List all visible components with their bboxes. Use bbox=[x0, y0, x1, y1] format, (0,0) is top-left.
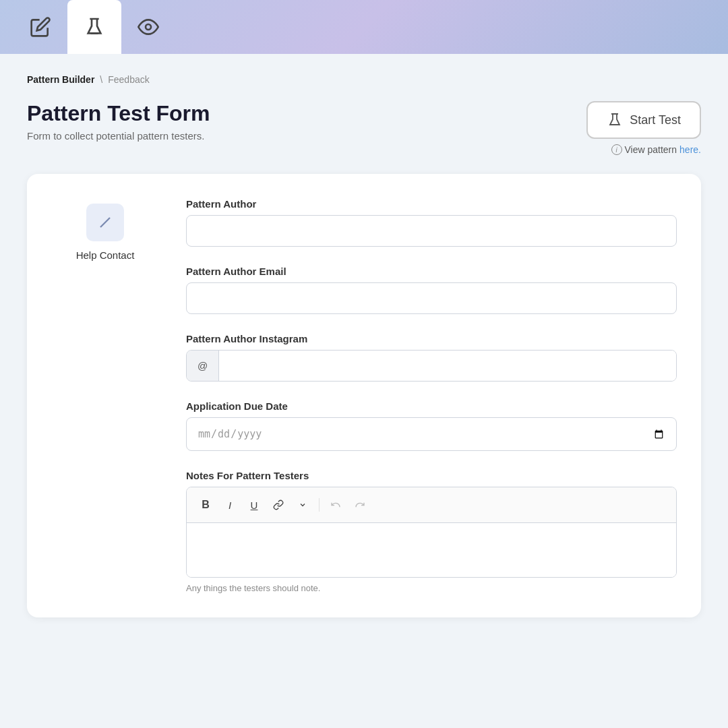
field-application-due-date: Application Due Date bbox=[186, 400, 677, 451]
contact-icon-wrapper bbox=[86, 204, 124, 241]
editor-toolbar: B I U bbox=[187, 487, 676, 523]
label-notes-pattern-testers: Notes For Pattern Testers bbox=[186, 470, 677, 481]
page-title: Pattern Test Form bbox=[27, 101, 210, 126]
link-icon bbox=[273, 499, 284, 510]
label-pattern-author-email: Pattern Author Email bbox=[186, 266, 677, 277]
input-pattern-author[interactable] bbox=[186, 215, 677, 247]
field-pattern-author-instagram: Pattern Author Instagram @ bbox=[186, 333, 677, 382]
editor-body[interactable] bbox=[187, 523, 676, 577]
chevron-down-icon bbox=[299, 501, 307, 509]
form-card: Help Contact Pattern Author Pattern Auth… bbox=[27, 174, 701, 617]
toolbar-link-button[interactable] bbox=[268, 494, 289, 516]
breadcrumb-feedback: Feedback bbox=[108, 74, 149, 85]
input-pattern-author-instagram[interactable] bbox=[219, 351, 676, 381]
field-notes-pattern-testers: Notes For Pattern Testers B I U bbox=[186, 470, 677, 593]
svg-point-0 bbox=[146, 24, 151, 30]
page-subtitle: Form to collect potential pattern tester… bbox=[27, 130, 210, 142]
tab-preview[interactable] bbox=[121, 0, 175, 54]
field-pattern-author: Pattern Author bbox=[186, 198, 677, 247]
label-application-due-date: Application Due Date bbox=[186, 400, 677, 412]
redo-icon bbox=[355, 499, 365, 510]
page-title-area: Pattern Test Form Form to collect potent… bbox=[27, 101, 210, 142]
notes-field-hint: Any things the testers should note. bbox=[186, 583, 677, 593]
field-pattern-author-email: Pattern Author Email bbox=[186, 266, 677, 314]
tab-test[interactable] bbox=[67, 0, 121, 54]
slash-icon bbox=[96, 213, 115, 232]
rich-text-editor: B I U bbox=[186, 487, 677, 578]
toolbar-dropdown-button[interactable] bbox=[292, 494, 313, 516]
page-header: Pattern Test Form Form to collect potent… bbox=[27, 101, 701, 155]
breadcrumb-separator: \ bbox=[100, 74, 102, 85]
breadcrumb: Pattern Builder \ Feedback bbox=[27, 74, 701, 85]
label-pattern-author: Pattern Author bbox=[186, 198, 677, 210]
form-fields: Pattern Author Pattern Author Email Patt… bbox=[186, 198, 677, 593]
toolbar-separator bbox=[319, 498, 320, 512]
eye-icon bbox=[138, 16, 159, 38]
start-test-button[interactable]: Start Test bbox=[586, 101, 701, 139]
toolbar-undo-button[interactable] bbox=[325, 494, 346, 516]
undo-icon bbox=[330, 499, 341, 510]
instagram-prefix: @ bbox=[187, 351, 219, 381]
info-icon: i bbox=[611, 144, 622, 155]
start-test-label: Start Test bbox=[630, 113, 681, 127]
header-actions: Start Test i View pattern here. bbox=[586, 101, 701, 155]
breadcrumb-pattern-builder: Pattern Builder bbox=[27, 74, 94, 85]
toolbar-italic-button[interactable]: I bbox=[219, 494, 241, 516]
view-pattern-text: View pattern bbox=[625, 144, 677, 155]
toolbar-underline-button[interactable]: U bbox=[243, 494, 265, 516]
form-layout: Help Contact Pattern Author Pattern Auth… bbox=[51, 198, 677, 593]
view-pattern-area: i View pattern here. bbox=[611, 144, 702, 155]
contact-label: Help Contact bbox=[76, 249, 135, 261]
main-content: Pattern Builder \ Feedback Pattern Test … bbox=[0, 54, 728, 728]
top-navigation bbox=[0, 0, 728, 54]
input-application-due-date[interactable] bbox=[186, 417, 677, 451]
flask-btn-icon bbox=[607, 112, 623, 128]
input-pattern-author-email[interactable] bbox=[186, 282, 677, 314]
form-sidebar: Help Contact bbox=[51, 198, 159, 593]
toolbar-bold-button[interactable]: B bbox=[195, 494, 216, 516]
label-pattern-author-instagram: Pattern Author Instagram bbox=[186, 333, 677, 344]
toolbar-redo-button[interactable] bbox=[349, 494, 371, 516]
tab-edit[interactable] bbox=[13, 0, 67, 54]
instagram-input-wrapper: @ bbox=[186, 350, 677, 382]
view-pattern-link[interactable]: here. bbox=[679, 144, 701, 155]
edit-icon bbox=[30, 16, 51, 38]
flask-icon bbox=[84, 16, 105, 38]
svg-line-1 bbox=[100, 218, 110, 227]
